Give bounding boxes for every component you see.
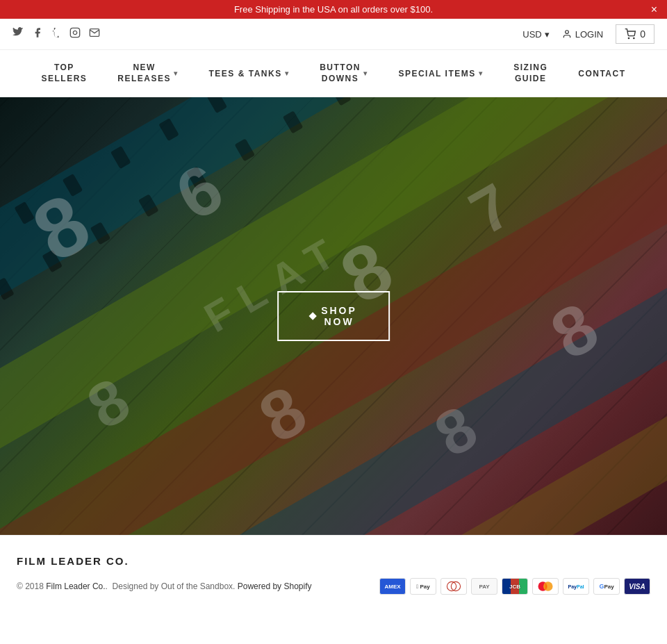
payment-icon-visa: VISA	[624, 578, 650, 595]
footer-bottom: © 2018 Film Leader Co.. Designed by Out …	[17, 578, 650, 595]
payment-icon-amex: AMEX	[379, 578, 406, 595]
shop-now-label: SHOPNOW	[321, 305, 357, 327]
svg-point-3	[629, 38, 629, 38]
payment-icon-gpay: GPay	[593, 578, 620, 595]
shop-now-button[interactable]: SHOPNOW	[277, 291, 390, 341]
currency-selector[interactable]: USD ▾	[522, 29, 549, 40]
nav-item-top-sellers[interactable]: TOPSELLERS	[26, 50, 102, 97]
login-link[interactable]: LOGIN	[562, 29, 603, 40]
svg-point-51	[543, 581, 553, 591]
payment-icon-jcb: JCB	[502, 578, 528, 595]
main-navigation: TOPSELLERS NEWRELEASES ▾ TEES & TANKS ▾ …	[0, 50, 667, 97]
email-icon[interactable]	[89, 27, 100, 41]
payment-icon-paypal: PayPal	[563, 578, 589, 595]
nav-item-new-releases[interactable]: NEWRELEASES ▾	[102, 50, 193, 97]
cart-button[interactable]: 0	[616, 24, 654, 44]
utility-bar: USD ▾ LOGIN 0	[0, 19, 667, 50]
designed-by-text: Designed by Out of the Sandbox.	[113, 581, 236, 591]
svg-point-4	[634, 38, 634, 38]
tumblr-icon[interactable]	[51, 27, 61, 41]
shopify-link[interactable]: Powered by Shopify	[238, 581, 312, 591]
footer-brand: FILM LEADER CO.	[17, 555, 650, 567]
footer-copyright: © 2018 Film Leader Co.. Designed by Out …	[17, 581, 311, 591]
cart-count: 0	[640, 28, 645, 40]
announcement-text: Free Shipping in the USA on all orders o…	[234, 4, 433, 15]
cart-icon	[625, 28, 636, 40]
user-icon	[562, 29, 572, 39]
instagram-icon[interactable]	[69, 27, 81, 41]
currency-arrow-icon: ▾	[545, 29, 550, 40]
announcement-close-button[interactable]: ×	[651, 3, 657, 16]
nav-item-contact[interactable]: CONTACT	[563, 56, 641, 91]
tees-tanks-arrow-icon: ▾	[285, 69, 290, 77]
currency-label: USD	[522, 29, 541, 40]
copyright-year: © 2018	[17, 581, 44, 591]
button-downs-arrow-icon: ▾	[363, 69, 368, 78]
special-items-arrow-icon: ▾	[479, 69, 484, 77]
utility-right: USD ▾ LOGIN 0	[522, 24, 654, 44]
nav-item-tees-tanks[interactable]: TEES & TANKS ▾	[194, 56, 305, 91]
new-releases-arrow-icon: ▾	[174, 69, 179, 78]
nav-item-button-downs[interactable]: BUTTONDOWNS ▾	[304, 50, 383, 97]
social-icons	[13, 27, 100, 41]
nav-item-special-items[interactable]: SPECIAL ITEMS ▾	[383, 56, 498, 91]
payment-icon-generic: PAY	[471, 578, 497, 595]
brand-link[interactable]: Film Leader Co.	[46, 581, 105, 591]
twitter-icon[interactable]	[13, 27, 24, 41]
login-label: LOGIN	[575, 29, 603, 40]
payment-icon-applepay:  Pay	[410, 578, 436, 595]
shop-now-diamond-icon	[308, 313, 316, 320]
announcement-bar: Free Shipping in the USA on all orders o…	[0, 0, 667, 19]
nav-item-sizing-guide[interactable]: SIZINGGUIDE	[498, 50, 563, 97]
payment-icon-diners	[440, 578, 467, 595]
hero-section: 8 6 8 7 8 8 8 8 FLAT SHOPNOW	[0, 97, 667, 535]
footer: FILM LEADER CO. © 2018 Film Leader Co.. …	[0, 535, 667, 609]
payment-icons: AMEX  Pay PAY JCB PayPal GPay VISA	[379, 578, 650, 595]
svg-point-2	[565, 31, 568, 34]
facebook-icon[interactable]	[32, 27, 43, 41]
payment-icon-mastercard	[532, 578, 559, 595]
svg-rect-0	[70, 28, 79, 37]
